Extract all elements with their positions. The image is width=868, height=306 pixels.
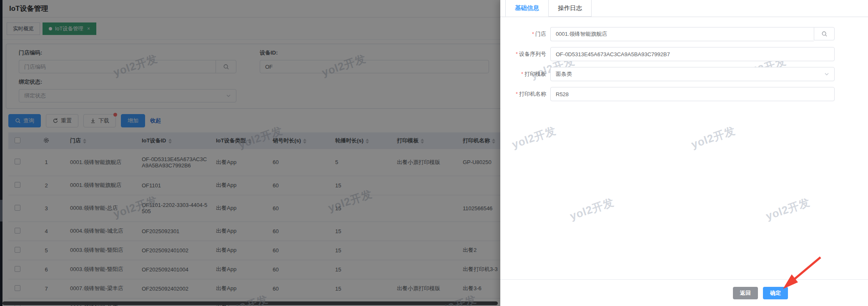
form-row-serial: 设备序列号 <box>500 47 868 61</box>
confirm-button[interactable]: 确定 <box>763 287 788 299</box>
print-template-select[interactable]: 面条类 <box>550 67 835 81</box>
store-label: 门店 <box>500 30 550 38</box>
tab-basic-info[interactable]: 基础信息 <box>505 0 549 17</box>
printer-name-input[interactable] <box>550 87 835 101</box>
watermark: yol2开发 <box>689 123 737 152</box>
form-row-store: 门店 <box>500 27 868 41</box>
printer-name-label: 打印机名称 <box>500 90 550 98</box>
drawer-tab-bar: 基础信息 操作日志 <box>500 0 868 17</box>
search-icon <box>821 31 828 37</box>
form-row-printer: 打印机名称 <box>500 87 868 101</box>
store-search-button[interactable] <box>814 27 835 40</box>
device-serial-label: 设备序列号 <box>500 50 550 58</box>
form-row-template: 打印模板 面条类 <box>500 67 868 81</box>
print-template-label: 打印模板 <box>500 70 550 78</box>
drawer-form: 门店 设备序列号 打印模板 <box>500 17 868 101</box>
watermark: yol2开发 <box>568 195 616 224</box>
drawer-footer: 返回 确定 <box>500 279 868 306</box>
device-serial-input[interactable] <box>550 47 835 61</box>
chevron-down-icon <box>824 72 829 77</box>
watermark: yol2开发 <box>510 123 558 152</box>
store-input[interactable] <box>550 27 814 41</box>
watermark: yol2开发 <box>764 195 812 224</box>
detail-drawer: yol2开发 yol2开发 yol2开发 yol2开发 yol2开发 yol2开… <box>500 0 868 306</box>
tab-operation-log[interactable]: 操作日志 <box>549 0 592 17</box>
back-button[interactable]: 返回 <box>733 287 758 299</box>
overlay-mask[interactable] <box>0 0 500 306</box>
